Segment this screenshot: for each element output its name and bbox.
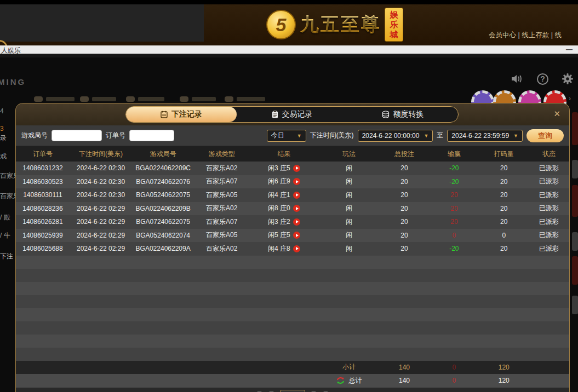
- table-row: 140860262812024-6-22 02:29BGA07240622075…: [16, 215, 569, 229]
- cell-result: 闲4 庄8: [249, 242, 318, 256]
- table-row: 140860305232024-6-22 02:30BGA07240622076…: [16, 175, 569, 189]
- tab-bet-records[interactable]: 下注记录: [126, 107, 237, 122]
- cell-game: 百家乐A02: [194, 242, 249, 256]
- page-number-input[interactable]: [280, 390, 305, 392]
- column-header: 游戏局号: [132, 146, 194, 162]
- cell-play: 闲: [318, 202, 379, 216]
- result-text: 闲5 庄5: [268, 230, 290, 240]
- site-header: 5 九五至尊 娱乐城 会员中心 | 线上存款 | 线: [0, 4, 578, 45]
- minimize-button[interactable]: —: [566, 45, 573, 53]
- cell-bet: 20: [380, 229, 430, 243]
- subtotal-label: 小计: [318, 361, 379, 374]
- cell-game: 百家乐A02: [194, 162, 249, 175]
- background-content-fragment: [572, 112, 578, 145]
- time-from-select[interactable]: 2024-6-22 00:00:00 ▼: [358, 130, 433, 142]
- cell-status: 已派彩: [529, 202, 569, 216]
- time-from-value: 2024-6-22 00:00:00: [362, 132, 420, 140]
- cell-order: 14086025688: [16, 242, 70, 256]
- tab-label: 交易记录: [282, 109, 313, 119]
- background-content-fragment: [572, 185, 578, 217]
- cell-bet: 20: [380, 242, 430, 256]
- header-nav-links[interactable]: 会员中心 | 线上存款 | 线: [489, 31, 578, 40]
- game-round-input[interactable]: [51, 130, 102, 141]
- background-content-fragment: [572, 256, 578, 285]
- modal-tab-bar: 下注记录 交易记录: [16, 103, 569, 125]
- replay-icon[interactable]: [293, 165, 300, 172]
- cell-winloss: -20: [429, 242, 479, 256]
- order-input[interactable]: [129, 130, 174, 141]
- order-label: 订单号: [106, 131, 125, 140]
- badge-char: 娱: [390, 10, 398, 20]
- cell-game: 百家乐A05: [194, 229, 249, 243]
- nav-item-label: [46, 97, 75, 101]
- replay-icon[interactable]: [293, 205, 300, 212]
- cell-status: 已派彩: [529, 215, 569, 229]
- replay-icon[interactable]: [293, 245, 300, 252]
- settings-icon[interactable]: [562, 73, 574, 85]
- to-label: 至: [437, 131, 443, 140]
- cell-status: 已派彩: [529, 242, 569, 256]
- badge-char: 城: [390, 30, 398, 39]
- cell-turnover: 20: [479, 202, 529, 216]
- logo-coin-icon: 5: [266, 10, 296, 39]
- sidebar-item-fragment: 戏: [0, 152, 15, 161]
- cell-play: 闲: [318, 175, 379, 189]
- cell-winloss: 20: [429, 188, 479, 202]
- cell-result: 闲8 庄0: [249, 202, 318, 216]
- top-black-strip: [0, 0, 578, 4]
- table-row: 140860301112024-6-22 02:30BGA05240622075…: [16, 188, 569, 202]
- sidebar-item-fragment: / 牛: [0, 231, 15, 240]
- tab-label: 下注记录: [171, 109, 202, 119]
- table-row: 140860256882024-6-22 02:29BGA0224062209A…: [16, 242, 569, 256]
- cell-winloss: -20: [429, 175, 479, 189]
- replay-icon[interactable]: [293, 178, 300, 185]
- cell-time: 2024-6-22 02:29: [70, 202, 132, 216]
- date-range-select[interactable]: 今日 ▼: [267, 130, 306, 142]
- search-button[interactable]: 查询: [527, 129, 564, 142]
- cell-play: 闲: [318, 215, 379, 229]
- nav-item-icon: [80, 96, 89, 102]
- cell-time: 2024-6-22 02:30: [70, 175, 132, 189]
- table-row: 140860282362024-6-22 02:29BGA0224062209B…: [16, 202, 569, 216]
- cell-play: 闲: [318, 242, 379, 256]
- sound-icon[interactable]: [511, 73, 524, 85]
- chips-more-arrow[interactable]: ›: [569, 95, 571, 102]
- sidebar-item-fragment: / 殿: [0, 213, 15, 222]
- total-bet: 140: [380, 374, 430, 388]
- date-range-value: 今日: [271, 131, 284, 140]
- cell-round: BGA0224062209B: [132, 202, 194, 216]
- close-icon[interactable]: ✕: [553, 109, 560, 119]
- result-text: 闲6 庄9: [268, 177, 290, 186]
- replay-icon[interactable]: [293, 232, 300, 239]
- column-header: 游戏类型: [194, 146, 249, 162]
- cell-play: 闲: [318, 229, 379, 243]
- nav-item-label: [192, 97, 216, 101]
- result-text: 闲4 庄8: [268, 244, 290, 253]
- replay-icon[interactable]: [293, 218, 300, 226]
- cell-status: 已派彩: [529, 162, 569, 175]
- cell-round: BGA0224062209C: [132, 162, 194, 175]
- background-content-fragment: [572, 232, 578, 251]
- cell-time: 2024-6-22 02:30: [70, 188, 132, 202]
- cell-bet: 20: [380, 215, 430, 229]
- cell-play: 闲: [318, 188, 379, 202]
- dimmed-nav-item: [34, 96, 75, 102]
- cell-turnover: 20: [479, 162, 529, 175]
- refresh-icon[interactable]: [336, 377, 345, 384]
- tab-transaction-records[interactable]: 交易记录: [237, 107, 347, 122]
- nav-item-icon: [126, 96, 135, 102]
- time-to-select[interactable]: 2024-6-22 23:59:59 ▼: [447, 130, 523, 142]
- subtotal-bet: 140: [380, 361, 430, 374]
- result-text: 闲3 庄5: [268, 164, 290, 173]
- cell-bet: 20: [380, 188, 430, 202]
- cell-result: 闲6 庄9: [249, 175, 318, 189]
- cell-result: 闲3 庄5: [249, 162, 318, 175]
- cell-result: 闲5 庄5: [249, 229, 318, 243]
- provider-logo: MING: [0, 77, 26, 87]
- background-content-fragment: [572, 296, 578, 314]
- help-icon[interactable]: ?: [537, 73, 548, 85]
- replay-icon[interactable]: [293, 192, 300, 199]
- dimmed-nav-item: [225, 96, 265, 102]
- tab-credit-transfer[interactable]: 额度转换: [347, 107, 458, 122]
- cell-winloss: 20: [429, 202, 479, 216]
